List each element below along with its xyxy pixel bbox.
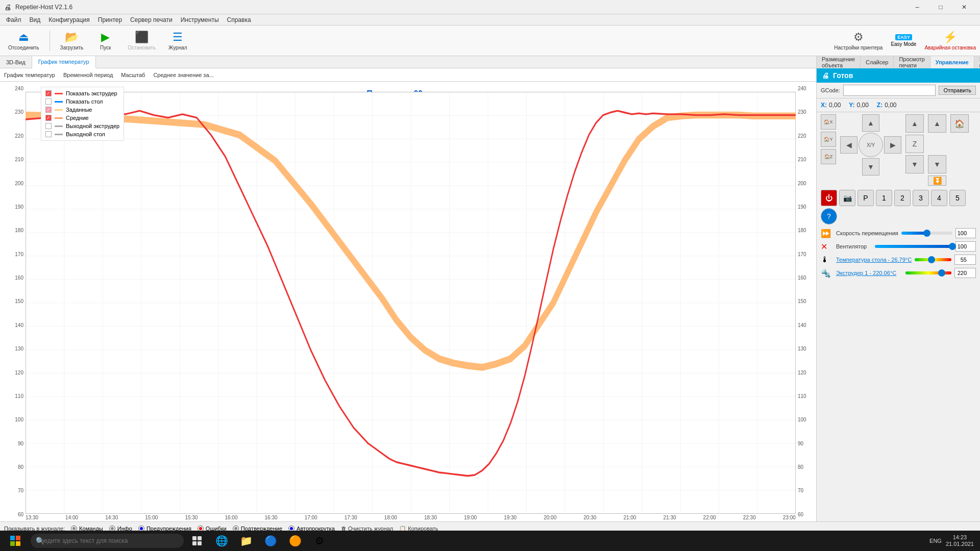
- x-plus-button[interactable]: ▶: [884, 136, 901, 154]
- y-plus-button[interactable]: ▲: [862, 114, 879, 132]
- send-gcode-button[interactable]: Отправить: [939, 86, 976, 95]
- menu-config[interactable]: Конфигурация: [44, 15, 94, 24]
- chart-menu-avg[interactable]: Среднее значение за...: [153, 72, 213, 78]
- coord-y-label: Y:: [849, 102, 854, 109]
- legend-average[interactable]: ✓ Средние: [45, 114, 119, 122]
- extruder-temp-thumb[interactable]: [938, 269, 945, 277]
- load-button[interactable]: 📂 Загрузить: [56, 29, 88, 53]
- settings-button[interactable]: ⚙ Настройки принтера: [834, 31, 883, 51]
- help-button[interactable]: ?: [821, 208, 837, 224]
- btn-p[interactable]: P: [857, 190, 874, 206]
- legend-out-bed[interactable]: Выходной стол: [45, 130, 119, 138]
- menu-help[interactable]: Справка: [223, 15, 255, 24]
- bed-temp-slider[interactable]: [915, 258, 951, 261]
- stop-button[interactable]: ⬛ Остановить: [124, 29, 160, 53]
- legend-check-average[interactable]: ✓: [45, 115, 52, 121]
- power-button[interactable]: ⏻: [821, 190, 837, 206]
- speed-slider-track[interactable]: [901, 232, 952, 235]
- disconnect-label: Отсоединить: [8, 45, 39, 51]
- log-button[interactable]: ☰ Журнал: [164, 29, 192, 53]
- fan-slider-thumb[interactable]: [949, 243, 956, 250]
- taskbar-chrome[interactable]: 🔵: [259, 532, 282, 550]
- chart-menu-period[interactable]: Временной период: [63, 72, 113, 78]
- menubar: Файл Вид Конфигурация Принтер Сервер печ…: [0, 14, 980, 26]
- minimize-button[interactable]: –: [905, 0, 929, 14]
- taskbar-clock: 14:23 21.01.2021: [946, 534, 974, 547]
- taskbar-app2[interactable]: ⚙: [308, 532, 331, 550]
- start-button[interactable]: [2, 532, 29, 550]
- y-minus-button[interactable]: ▼: [862, 158, 879, 176]
- menu-file[interactable]: Файл: [2, 15, 26, 24]
- task-view-button[interactable]: [186, 532, 208, 550]
- menu-view[interactable]: Вид: [26, 15, 45, 24]
- maximize-button[interactable]: □: [929, 0, 952, 14]
- menu-server[interactable]: Сервер печати: [126, 15, 177, 24]
- legend-check-extruder[interactable]: ✓: [45, 90, 52, 96]
- home-y-button[interactable]: 🏠Y: [821, 132, 836, 147]
- extruder-temp-spinner[interactable]: [954, 268, 976, 278]
- extruder-temp-label[interactable]: Экструдер 1 - 220.06°C: [836, 270, 902, 276]
- z-minus-button[interactable]: ▼: [905, 155, 924, 173]
- emergency-label: Аварийная остановка: [924, 45, 976, 51]
- btn-5[interactable]: 5: [949, 190, 966, 206]
- chart-menu-scale[interactable]: Масштаб: [121, 72, 145, 78]
- extra-z-plus-button[interactable]: ▲: [928, 114, 946, 133]
- camera-button[interactable]: 📷: [839, 190, 855, 206]
- bed-temp-thumb[interactable]: [928, 256, 935, 263]
- legend-label-bed: Показать стол: [66, 98, 103, 105]
- legend-check-out-extruder[interactable]: [45, 123, 52, 129]
- extra-z-minus-button[interactable]: ▼: [928, 155, 946, 173]
- fan-spinner[interactable]: [955, 241, 976, 252]
- tab-preview[interactable]: Просмотр печати: [894, 56, 930, 68]
- tab-slicer[interactable]: Слайсер: [861, 56, 894, 68]
- legend-color-extruder: [55, 93, 63, 94]
- legend-target[interactable]: ✓ Заданные: [45, 106, 119, 114]
- menu-printer[interactable]: Принтер: [94, 15, 126, 24]
- coord-x-label: X:: [821, 102, 827, 109]
- legend-check-out-bed[interactable]: [45, 131, 52, 137]
- tab-temperature-chart[interactable]: График температур: [32, 56, 96, 68]
- home-all-button[interactable]: 🏠: [950, 114, 969, 133]
- close-button[interactable]: ✕: [952, 0, 976, 14]
- extruder-temp-slider[interactable]: [905, 271, 951, 274]
- menu-tools[interactable]: Инструменты: [177, 15, 223, 24]
- z-plus-button[interactable]: ▲: [905, 114, 924, 133]
- legend-extruder[interactable]: ✓ Показать экструдер: [45, 89, 119, 97]
- home-x-button[interactable]: 🏠X: [821, 114, 836, 130]
- tab-sdcard[interactable]: SD карта: [974, 56, 980, 68]
- btn-1[interactable]: 1: [876, 190, 892, 206]
- emergency-button[interactable]: ⚡ Аварийная остановка: [924, 31, 976, 51]
- home-z-button[interactable]: 🏠Z: [821, 149, 836, 164]
- extra-z-extra[interactable]: ⏬: [928, 176, 946, 186]
- fan-slider-track[interactable]: [875, 245, 952, 248]
- emergency-icon: ⚡: [943, 31, 957, 44]
- bed-temp-label[interactable]: Температура стола - 26.79°C: [836, 257, 912, 263]
- legend-out-extruder[interactable]: Выходной экструдер: [45, 122, 119, 130]
- speed-slider-thumb[interactable]: [923, 230, 930, 237]
- easy-mode-button[interactable]: EASY Easy Mode: [891, 34, 916, 47]
- legend-check-bed[interactable]: [45, 98, 52, 105]
- btn-4[interactable]: 4: [931, 190, 947, 206]
- legend-check-target[interactable]: ✓: [45, 107, 52, 113]
- btn-2[interactable]: 2: [894, 190, 911, 206]
- speed-spinner[interactable]: [955, 228, 976, 238]
- disconnect-button[interactable]: ⏏ Отсоединить: [4, 29, 43, 53]
- taskbar-edge[interactable]: 🌐: [210, 532, 233, 550]
- taskbar-search-input[interactable]: [31, 534, 184, 548]
- fan-slider-row: ✕ Вентилятор: [817, 240, 980, 253]
- x-minus-button[interactable]: ◀: [840, 136, 857, 154]
- btn-3[interactable]: 3: [913, 190, 929, 206]
- settings-label: Настройки принтера: [834, 45, 883, 51]
- run-button[interactable]: ▶ Пуск: [91, 29, 119, 53]
- taskbar-folder[interactable]: 📁: [235, 532, 257, 550]
- tab-control[interactable]: Управление: [930, 56, 974, 68]
- bed-temp-spinner[interactable]: [954, 255, 976, 265]
- legend-bed[interactable]: Показать стол: [45, 97, 119, 106]
- chart-menu-temp[interactable]: График температур: [4, 72, 55, 78]
- taskbar-app1[interactable]: 🟠: [284, 532, 306, 550]
- legend-color-out-bed: [55, 134, 63, 135]
- titlebar: 🖨 Repetier-Host V2.1.6 – □ ✕: [0, 0, 980, 14]
- tab-3d-view[interactable]: 3D-Вид: [0, 56, 32, 68]
- tab-placement[interactable]: Размещение объекта: [817, 56, 861, 68]
- gcode-input[interactable]: [843, 85, 936, 96]
